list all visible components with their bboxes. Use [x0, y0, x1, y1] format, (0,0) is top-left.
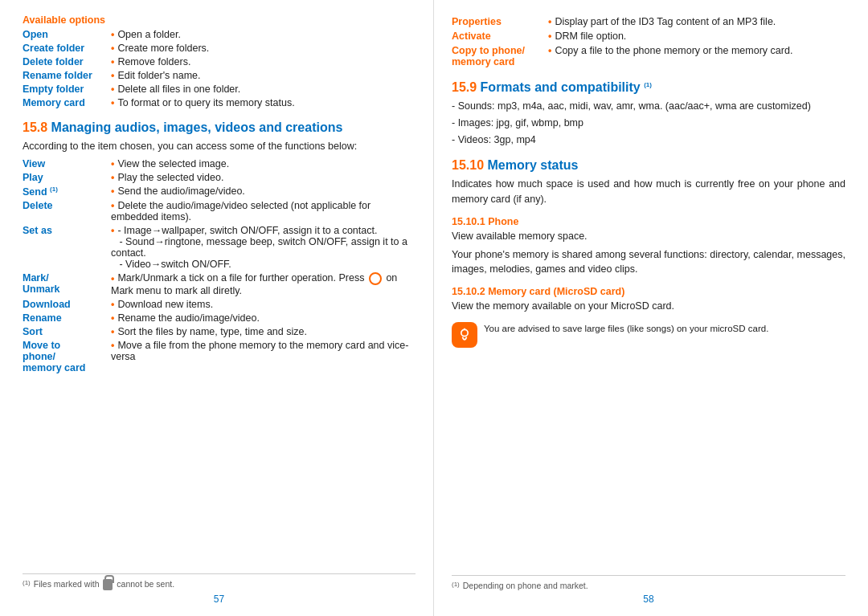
table-row: Copy to phone/memory card •Copy a file t… [452, 43, 845, 69]
option-desc: •Create more folders. [111, 41, 416, 55]
table-row: Create folder •Create more folders. [23, 41, 416, 55]
chapter-heading-159: 15.9 Formats and compatibility (1) [452, 80, 845, 95]
item-desc: •View the selected image. [111, 157, 416, 171]
table-row: Delete •Delete the audio/image/video sel… [23, 199, 416, 224]
formats-videos: - Videos: 3gp, mp4 [452, 133, 845, 148]
items-table: View •View the selected image. Play •Pla… [23, 157, 416, 375]
tip-text: You are advised to save large files (lik… [484, 322, 768, 336]
footnote-sup: (1) [23, 579, 31, 586]
table-row: Set as •- Image→wallpaper, switch ON/OFF… [23, 224, 416, 271]
option-label: Memory card [23, 96, 111, 109]
sub-heading-15101: 15.10.1 Phone [452, 216, 845, 227]
prop-label: Activate [452, 29, 548, 43]
tip-box: You are advised to save large files (lik… [452, 322, 845, 348]
item-desc: •Rename the audio/image/video. [111, 312, 416, 325]
table-row: Empty folder •Delete all files in one fo… [23, 82, 416, 96]
footnote-area: (1) Files marked with cannot be sent. [23, 573, 416, 590]
option-desc: •Delete all files in one folder. [111, 82, 416, 96]
sub1-text2: Your phone's memory is shared among seve… [452, 247, 845, 278]
properties-table: Properties •Display part of the ID3 Tag … [452, 14, 845, 69]
option-desc: •Remove folders. [111, 55, 416, 68]
option-label: Create folder [23, 41, 111, 55]
item-label: Move tophone/memory card [23, 339, 111, 375]
item-label: Delete [23, 199, 111, 224]
item-desc: •Delete the audio/image/video selected (… [111, 199, 416, 224]
item-desc: •Download new items. [111, 298, 416, 312]
memory-intro: Indicates how much space is used and how… [452, 177, 845, 207]
item-desc: •Sort the files by name, type, time and … [111, 325, 416, 339]
prop-desc: •Display part of the ID3 Tag content of … [548, 14, 845, 29]
page-number-left: 57 [23, 594, 416, 605]
left-page: Available options Open •Open a folder. C… [0, 0, 434, 616]
footnote-text-right: Depending on phone and market. [463, 581, 588, 590]
page-spread: Available options Open •Open a folder. C… [0, 0, 868, 616]
footnote-area-right: (1) Depending on phone and market. [452, 575, 845, 590]
table-row: Mark/Unmark •Mark/Unmark a tick on a fil… [23, 271, 416, 298]
item-label: Send (1) [23, 185, 111, 199]
option-label: Open [23, 27, 111, 41]
table-row: Properties •Display part of the ID3 Tag … [452, 14, 845, 29]
table-row: Rename folder •Edit folder's name. [23, 68, 416, 82]
table-row: Delete folder •Remove folders. [23, 55, 416, 68]
table-row: Send (1) •Send the audio/image/video. [23, 185, 416, 199]
table-row: View •View the selected image. [23, 157, 416, 171]
sub2-text: View the memory available on your MicroS… [452, 299, 845, 314]
item-desc: •- Image→wallpaper, switch ON/OFF, assig… [111, 224, 416, 271]
item-desc: •Send the audio/image/video. [111, 185, 416, 199]
option-desc: •Edit folder's name. [111, 68, 416, 82]
lock-icon [103, 579, 113, 590]
prop-desc: •DRM file option. [548, 29, 845, 43]
table-row: Rename •Rename the audio/image/video. [23, 312, 416, 325]
formats-images: - Images: jpg, gif, wbmp, bmp [452, 116, 845, 131]
table-row: Sort •Sort the files by name, type, time… [23, 325, 416, 339]
option-label: Delete folder [23, 55, 111, 68]
right-page: Properties •Display part of the ID3 Tag … [434, 0, 868, 616]
item-label: Download [23, 298, 111, 312]
chapter-heading-158: 15.8 Managing audios, images, videos and… [23, 120, 416, 135]
prop-label: Properties [452, 14, 548, 29]
item-label: Rename [23, 312, 111, 325]
prop-desc: •Copy a file to the phone memory or the … [548, 43, 845, 69]
item-label: Sort [23, 325, 111, 339]
section-intro: According to the item chosen, you can ac… [23, 139, 416, 154]
item-label: Set as [23, 224, 111, 271]
table-row: Play •Play the selected video. [23, 171, 416, 185]
sub1-text1: View available memory space. [452, 229, 845, 244]
item-desc: •Mark/Unmark a tick on a file for furthe… [111, 271, 416, 298]
footnote-text: Files marked with cannot be sent. [34, 579, 174, 590]
table-row: Move tophone/memory card •Move a file fr… [23, 339, 416, 375]
item-label: Mark/Unmark [23, 271, 111, 298]
item-label: Play [23, 171, 111, 185]
option-desc: •Open a folder. [111, 27, 416, 41]
page-number-right: 58 [452, 594, 845, 605]
footnote-sup-right: (1) [452, 581, 460, 588]
prop-label: Copy to phone/memory card [452, 43, 548, 69]
options-table: Open •Open a folder. Create folder •Crea… [23, 27, 416, 109]
item-label: View [23, 157, 111, 171]
sub-heading-15102: 15.10.2 Memory card (MicroSD card) [452, 286, 845, 297]
available-options-heading: Available options [23, 14, 416, 26]
option-label: Empty folder [23, 82, 111, 96]
tip-icon [452, 322, 477, 348]
formats-sounds: - Sounds: mp3, m4a, aac, midi, wav, amr,… [452, 99, 845, 114]
table-row: Memory card •To format or to query its m… [23, 96, 416, 109]
svg-point-0 [461, 329, 468, 336]
option-label: Rename folder [23, 68, 111, 82]
chapter-heading-1510: 15.10 Memory status [452, 158, 845, 173]
item-desc: •Move a file from the phone memory to th… [111, 339, 416, 375]
table-row: Activate •DRM file option. [452, 29, 845, 43]
table-row: Download •Download new items. [23, 298, 416, 312]
item-desc: •Play the selected video. [111, 171, 416, 185]
table-row: Open •Open a folder. [23, 27, 416, 41]
option-desc: •To format or to query its memory status… [111, 96, 416, 109]
